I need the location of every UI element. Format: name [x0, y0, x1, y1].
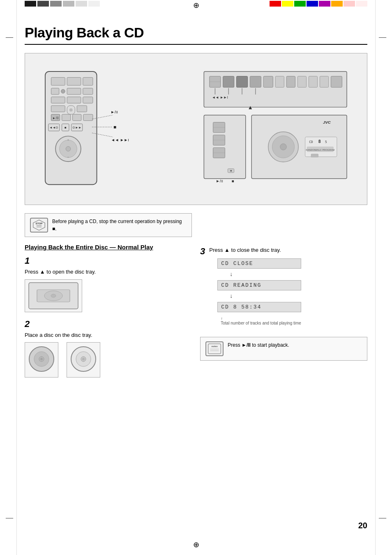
svg-rect-17: [62, 114, 71, 120]
play-pause-symbol: ►/II: [242, 342, 251, 348]
step-1: 1 Press ▲ to open the disc tray.: [25, 256, 192, 312]
svg-text:►/II: ►/II: [53, 116, 59, 120]
step-3-text: Press ▲ to close the disc tray.: [209, 246, 301, 254]
right-margin: [375, 0, 376, 555]
bar-block-4: [63, 1, 74, 7]
bar-color-blue: [307, 1, 318, 7]
svg-text:■: ■: [113, 124, 116, 129]
step-3-number: 3: [200, 246, 205, 257]
display-note: ↑Total number of tracks and total playin…: [221, 316, 301, 325]
top-color-bar: ⊕: [0, 0, 392, 7]
left-reg-top: —: [6, 33, 13, 41]
svg-point-13: [69, 108, 73, 112]
bar-color-yellow: [282, 1, 293, 7]
bar-color-pink: [344, 1, 355, 7]
right-reg-top: —: [379, 33, 386, 41]
svg-point-93: [41, 358, 43, 360]
svg-text:►/II: ►/II: [216, 179, 223, 183]
svg-rect-41: [223, 76, 234, 88]
svg-rect-47: [297, 76, 306, 88]
bar-block-5: [76, 1, 87, 7]
svg-text:◄◄  ►►I: ◄◄ ►►I: [212, 95, 228, 99]
svg-rect-2: [67, 77, 81, 85]
top-center-reg: ⊕: [193, 1, 199, 10]
svg-text:■: ■: [65, 126, 67, 129]
svg-text:◄◄⊙: ◄◄⊙: [49, 126, 58, 129]
svg-text:–: –: [67, 155, 69, 159]
svg-rect-79: [311, 154, 318, 157]
bar-color-purple: [319, 1, 330, 7]
top-bar-right: [270, 0, 367, 7]
svg-rect-14: [77, 106, 87, 112]
svg-text:5: 5: [325, 140, 327, 144]
svg-rect-8: [51, 97, 65, 103]
tray-illustration: [25, 279, 82, 312]
stop-symbol: ■: [52, 226, 55, 232]
bar-color-green: [294, 1, 306, 7]
stop-box-text: Before playing a CD, stop the current op…: [52, 218, 187, 233]
open-close-symbol-1: ▲: [40, 269, 45, 275]
stop-icon: STOP: [30, 218, 48, 233]
svg-point-97: [83, 358, 85, 360]
main-content: STOP Before playing a CD, stop the curre…: [25, 213, 367, 384]
equipment-diagram: ►/II ◄◄⊙ ■ ⊙►► + – ►/II ■ ◄◄ ►►I: [25, 53, 367, 205]
svg-rect-11: [51, 106, 65, 112]
svg-rect-3: [83, 77, 93, 85]
svg-point-28: [66, 146, 71, 151]
svg-text:⊙►►: ⊙►►: [72, 126, 81, 129]
notes-box-text: Press ►/II to start playback.: [228, 341, 289, 349]
page-content: Playing Back a CD: [25, 16, 367, 539]
svg-text:◄◄  ►►I: ◄◄ ►►I: [111, 138, 129, 142]
bottom-reg-mark: ⊕: [193, 540, 199, 549]
bar-block-1: [25, 1, 36, 7]
svg-rect-6: [67, 88, 81, 94]
step-2-number: 2: [25, 319, 192, 329]
svg-rect-19: [83, 114, 93, 120]
diagram-svg: ►/II ◄◄⊙ ■ ⊙►► + – ►/II ■ ◄◄ ►►I: [33, 61, 359, 197]
svg-rect-48: [309, 76, 317, 88]
svg-text:►/II: ►/II: [111, 110, 118, 114]
page-title: Playing Back a CD: [25, 25, 367, 41]
svg-text:CD: CD: [309, 140, 313, 144]
section-heading: Playing Back the Entire Disc — Normal Pl…: [25, 244, 192, 251]
page-number: 20: [358, 521, 367, 530]
svg-text:■: ■: [230, 169, 232, 172]
svg-rect-49: [320, 76, 328, 88]
bar-color-red: [270, 1, 281, 7]
title-underline: [25, 44, 367, 45]
display-cd-info: CD 8 58:34: [217, 302, 301, 312]
svg-rect-42: [237, 76, 248, 88]
svg-text:STOP: STOP: [36, 222, 43, 225]
step-1-number: 1: [25, 256, 192, 266]
svg-text:8: 8: [318, 139, 321, 144]
svg-text:RANDOM/ALC PROGRAM: RANDOM/ALC PROGRAM: [306, 149, 334, 151]
svg-rect-18: [73, 114, 81, 120]
bar-color-orange: [331, 1, 343, 7]
svg-rect-9: [67, 97, 81, 103]
stop-box: STOP Before playing a CD, stop the curre…: [25, 213, 192, 237]
svg-text:+: +: [67, 138, 69, 142]
bar-block-2: [37, 1, 49, 7]
step-2: 2 Place a disc on the disc tray.: [25, 319, 192, 378]
svg-text:notes: notes: [211, 345, 217, 347]
disc-box-1: [25, 342, 58, 378]
notes-box: notes Press ►/II to start playback.: [200, 337, 367, 361]
step-3: 3 Press ▲ to close the disc tray. CD CLO…: [200, 246, 367, 329]
svg-marker-80: [33, 220, 45, 230]
left-reg-bottom: —: [6, 514, 13, 522]
svg-rect-45: [275, 76, 284, 88]
svg-rect-50: [331, 76, 342, 88]
display-sequence: CD CLOSE ↓ CD READING ↓ CD 8 58:34 ↑Tota…: [217, 258, 301, 325]
disc-box-2: [67, 342, 100, 378]
svg-rect-1: [51, 77, 65, 85]
notes-icon: notes: [205, 341, 224, 356]
top-bar-left: [25, 0, 100, 7]
left-margin: [16, 0, 17, 555]
svg-rect-10: [83, 97, 93, 103]
step-1-text: Press ▲ to open the disc tray.: [25, 268, 192, 276]
svg-point-72: [280, 144, 286, 150]
display-cd-close: CD CLOSE: [217, 258, 301, 269]
bar-block-6: [88, 1, 100, 7]
svg-text:■: ■: [232, 179, 234, 183]
left-column: STOP Before playing a CD, stop the curre…: [25, 213, 192, 384]
